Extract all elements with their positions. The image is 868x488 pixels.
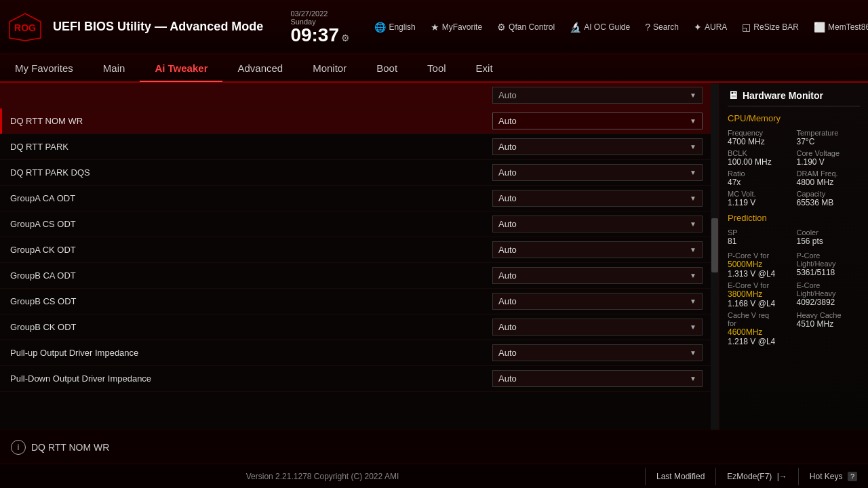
- table-row: Pull-Down Output Driver Impedance Auto ▼: [0, 366, 711, 392]
- tab-aitweaker[interactable]: Ai Tweaker: [140, 56, 222, 82]
- footer-actions: Last Modified EzMode(F7) |→ Hot Keys ?: [645, 468, 868, 485]
- setting-dropdown[interactable]: Auto ▼: [492, 344, 703, 361]
- setting-dropdown[interactable]: Auto ▼: [492, 293, 703, 310]
- tab-main[interactable]: Main: [88, 56, 140, 82]
- cache-grid: Cache V reqfor 4600MHz 1.218 V @L4 Heavy…: [728, 311, 860, 346]
- nav-language[interactable]: 🌐 English: [369, 19, 420, 35]
- hotkeys-key: ?: [848, 472, 857, 481]
- header-nav: 🌐 English ★ MyFavorite ⚙ Qfan Control 🔬 …: [369, 19, 868, 35]
- dropdown-arrow-icon: ▼: [690, 195, 696, 202]
- setting-dropdown[interactable]: Auto ▼: [492, 267, 703, 284]
- core-voltage-label: Core Voltage: [797, 149, 861, 157]
- ai-icon: 🔬: [570, 22, 581, 33]
- p-core-lh-cell: P-CoreLight/Heavy 5361/5118: [797, 251, 861, 279]
- monitor-cell: Temperature 37°C: [797, 129, 861, 146]
- e-core-lh-cell: E-CoreLight/Heavy 4092/3892: [797, 281, 861, 308]
- ratio-label: Ratio: [728, 169, 791, 178]
- dropdown-arrow-icon: ▼: [690, 246, 696, 253]
- setting-dropdown[interactable]: Auto ▼: [492, 113, 703, 129]
- temperature-value: 37°C: [797, 137, 861, 146]
- heavy-cache-value: 4510 MHz: [797, 319, 861, 329]
- p-core-lh-label: P-CoreLight/Heavy: [797, 251, 861, 268]
- e-core-lh-value: 4092/3892: [797, 298, 861, 307]
- setting-dropdown[interactable]: Auto ▼: [492, 241, 703, 258]
- dropdown-arrow-icon: ▼: [690, 169, 696, 176]
- rog-logo-icon: ROG: [8, 12, 42, 42]
- cache-v-cell: Cache V reqfor 4600MHz 1.218 V @L4: [728, 311, 791, 346]
- svg-text:ROG: ROG: [14, 22, 36, 33]
- mc-volt-value: 1.119 V: [728, 198, 791, 207]
- tab-bar: My Favorites Main Ai Tweaker Advanced Mo…: [0, 54, 868, 83]
- dropdown-arrow-icon: ▼: [690, 220, 696, 228]
- tab-monitor[interactable]: Monitor: [298, 56, 361, 82]
- hw-monitor-title: 🖥 Hardware Monitor: [728, 89, 860, 106]
- e-core-voltage: 1.168 V @L4: [728, 299, 791, 308]
- header: ROG UEFI BIOS Utility — Advanced Mode 03…: [0, 0, 868, 54]
- heavy-cache-label: Heavy Cache: [797, 311, 861, 319]
- e-core-for-cell: E-Core V for 3800MHz 1.168 V @L4: [728, 281, 791, 308]
- nav-resizebar[interactable]: ◱ ReSize BAR: [736, 19, 804, 35]
- monitor-grid: Frequency 4700 MHz Temperature 37°C BCLK…: [728, 129, 860, 207]
- setting-dropdown[interactable]: Auto ▼: [492, 164, 703, 181]
- scrollbar-thumb[interactable]: [711, 218, 718, 272]
- ezmode-arrow-icon: |→: [777, 472, 787, 481]
- prediction-grid: SP 81 Cooler 156 pts: [728, 228, 860, 246]
- main-content-area: Auto ▼ DQ RTT NOM WR Auto ▼ DQ RTT PARK …: [0, 83, 868, 430]
- setting-dropdown[interactable]: Auto ▼: [492, 216, 703, 232]
- table-row: GroupB CK ODT Auto ▼: [0, 314, 711, 340]
- table-row: DQ RTT PARK Auto ▼: [0, 134, 711, 160]
- setting-label: Pull-up Output Driver Impedance: [10, 348, 492, 358]
- cooler-label: Cooler: [797, 228, 861, 237]
- dropdown-arrow-icon: ▼: [690, 375, 696, 382]
- dropdown-arrow-icon: ▼: [690, 92, 696, 99]
- setting-dropdown[interactable]: Auto ▼: [492, 87, 703, 104]
- setting-dropdown[interactable]: Auto ▼: [492, 370, 703, 387]
- hotkeys-button[interactable]: Hot Keys ?: [798, 468, 868, 485]
- cache-voltage: 1.218 V @L4: [728, 337, 791, 346]
- scrollbar-track[interactable]: [711, 83, 719, 430]
- last-modified-button[interactable]: Last Modified: [645, 468, 715, 485]
- p-core-freq: 5000MHz: [728, 260, 791, 269]
- info-bar: i DQ RTT NOM WR: [0, 430, 868, 464]
- setting-dropdown[interactable]: Auto ▼: [492, 138, 703, 155]
- frequency-value: 4700 MHz: [728, 137, 791, 146]
- setting-dropdown[interactable]: Auto ▼: [492, 319, 703, 336]
- setting-label: GroupB CK ODT: [10, 322, 492, 332]
- info-text: DQ RTT NOM WR: [31, 442, 109, 453]
- nav-aura[interactable]: ✦ AURA: [688, 19, 732, 35]
- nav-aioc[interactable]: 🔬 AI OC Guide: [564, 19, 635, 35]
- setting-label: DQ RTT NOM WR: [10, 116, 492, 126]
- ezmode-button[interactable]: EzMode(F7) |→: [715, 468, 798, 485]
- dram-freq-label: DRAM Freq.: [797, 169, 861, 178]
- dropdown-arrow-icon: ▼: [690, 349, 696, 357]
- monitor-cell: BCLK 100.00 MHz: [728, 149, 791, 167]
- dropdown-arrow-icon: ▼: [690, 272, 696, 279]
- nav-memtest[interactable]: ⬜ MemTest86: [808, 19, 868, 35]
- tab-boot[interactable]: Boot: [361, 56, 412, 82]
- setting-label: GroupA CK ODT: [10, 245, 492, 255]
- e-core-freq: 3800MHz: [728, 289, 791, 299]
- e-core-grid: E-Core V for 3800MHz 1.168 V @L4 E-CoreL…: [728, 281, 860, 308]
- tab-tool[interactable]: Tool: [412, 56, 461, 82]
- tab-exit[interactable]: Exit: [461, 56, 508, 82]
- prediction-section-title: Prediction: [728, 213, 860, 223]
- bclk-label: BCLK: [728, 149, 791, 157]
- monitor-cell: Ratio 47x: [728, 169, 791, 187]
- nav-search[interactable]: ? Search: [639, 19, 684, 35]
- dropdown-arrow-icon: ▼: [690, 323, 696, 331]
- setting-label: GroupA CS ODT: [10, 219, 492, 229]
- ratio-value: 47x: [728, 178, 791, 187]
- tab-advanced[interactable]: Advanced: [222, 56, 298, 82]
- time-display: 09:37: [290, 26, 339, 45]
- dropdown-arrow-icon: ▼: [690, 298, 696, 305]
- setting-dropdown[interactable]: Auto ▼: [492, 190, 703, 207]
- cache-v-label: Cache V reqfor: [728, 311, 791, 327]
- tab-favorites[interactable]: My Favorites: [0, 56, 88, 82]
- rog-logo-area: ROG: [8, 12, 42, 42]
- nav-qfan[interactable]: ⚙ Qfan Control: [492, 19, 560, 35]
- dram-freq-value: 4800 MHz: [797, 178, 861, 187]
- nav-myfavorite[interactable]: ★ MyFavorite: [425, 19, 488, 35]
- footer-version: Version 2.21.1278 Copyright (C) 2022 AMI: [0, 472, 645, 481]
- table-row: GroupB CA ODT Auto ▼: [0, 263, 711, 289]
- hw-monitor-panel: 🖥 Hardware Monitor CPU/Memory Frequency …: [719, 83, 868, 430]
